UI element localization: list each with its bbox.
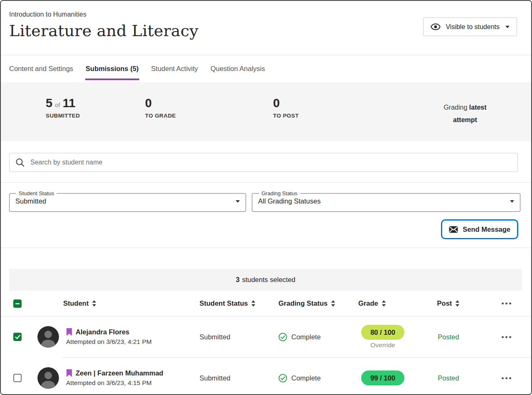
search-box[interactable] <box>9 153 518 172</box>
avatar <box>37 326 59 348</box>
accommodation-bookmark-icon <box>66 369 72 377</box>
post-status-button[interactable]: Posted <box>414 333 483 341</box>
chevron-down-icon <box>510 200 514 203</box>
eye-icon <box>431 23 441 30</box>
send-message-label: Send Message <box>463 226 510 233</box>
sort-icon <box>92 300 96 307</box>
column-header-post[interactable]: Post <box>414 299 483 307</box>
stat-submitted: 5 of 11 SUBMITTED <box>46 96 80 119</box>
student-status-select[interactable]: Student Status Submitted <box>9 190 246 212</box>
visibility-label: Visible to students <box>446 23 500 31</box>
tab-question-analysis[interactable]: Question Analysis <box>210 55 265 82</box>
submissions-table: 3 students selected Student Student Stat… <box>1 269 531 395</box>
envelope-icon <box>449 226 458 233</box>
student-name-link[interactable]: Alejandra Flores <box>76 328 129 336</box>
search-section <box>1 141 531 183</box>
column-header-grade[interactable]: Grade <box>352 299 414 307</box>
send-message-focus-ring: Send Message <box>441 219 518 239</box>
sort-icon <box>331 300 335 307</box>
complete-check-icon <box>278 374 287 383</box>
table-row: Alejandra Flores Attempted on 3/6/23, 4:… <box>1 316 531 357</box>
grade-pill[interactable]: 80 / 100 <box>361 325 404 340</box>
student-status-label: Student Status <box>16 190 57 196</box>
select-all-checkbox[interactable] <box>13 299 22 308</box>
grading-status-value: All Grading Statuses <box>258 197 320 205</box>
grading-status-cell: Complete <box>278 374 352 383</box>
column-header-student[interactable]: Student <box>28 299 200 307</box>
grading-status-cell: Complete <box>278 333 352 341</box>
sort-icon <box>251 300 256 307</box>
send-message-button[interactable]: Send Message <box>443 221 516 237</box>
selection-count: 3 <box>236 276 239 284</box>
student-status-cell: Submitted <box>200 333 278 341</box>
complete-check-icon <box>278 333 287 341</box>
row-options-menu-button[interactable]: ••• <box>502 334 513 341</box>
stat-to-grade: 0 TO GRADE <box>145 96 176 119</box>
student-status-value: Submitted <box>15 197 46 205</box>
table-options-menu-button[interactable]: ••• <box>502 300 513 307</box>
attempt-timestamp: Attempted on 3/6/23, 4:15 PM <box>66 379 163 387</box>
column-header-student-status[interactable]: Student Status <box>200 299 278 307</box>
visibility-dropdown-button[interactable]: Visible to students <box>423 17 517 36</box>
column-header-grading-status[interactable]: Grading Status <box>278 299 352 307</box>
stats-strip: 5 of 11 SUBMITTED 0 TO GRADE 0 TO POST G… <box>1 82 531 141</box>
grade-pill[interactable]: 99 / 100 <box>361 370 404 385</box>
selection-text: students selected <box>242 276 295 284</box>
tab-student-activity[interactable]: Student Activity <box>151 55 198 82</box>
chevron-down-icon <box>236 200 240 203</box>
avatar <box>37 367 59 389</box>
post-status-button[interactable]: Posted <box>414 374 483 382</box>
grading-status-label: Grading Status <box>259 190 300 196</box>
student-name-link[interactable]: Zeen | Farzeen Muhammad <box>76 369 163 377</box>
submissions-page: Introduction to Humanities Literature an… <box>0 0 532 395</box>
selection-summary: 3 students selected <box>9 269 522 291</box>
grade-override-note: Override <box>370 341 395 349</box>
search-input[interactable] <box>30 159 512 166</box>
page-header: Introduction to Humanities Literature an… <box>1 1 531 55</box>
table-header-row: Student Student Status Grading Status Gr… <box>1 291 531 316</box>
filters-section: Student Status Submitted Grading Status … <box>1 183 531 248</box>
search-icon <box>15 158 25 167</box>
tab-content-and-settings[interactable]: Content and Settings <box>9 55 73 82</box>
grading-status-select[interactable]: Grading Status All Grading Statuses <box>252 190 520 212</box>
row-checkbox[interactable] <box>13 333 22 341</box>
student-status-cell: Submitted <box>200 374 278 382</box>
accommodation-bookmark-icon <box>66 328 72 336</box>
row-options-menu-button[interactable]: ••• <box>502 375 513 382</box>
row-checkbox[interactable] <box>13 374 22 382</box>
tab-bar: Content and Settings Submissions (5) Stu… <box>1 55 531 82</box>
sort-icon <box>382 300 386 307</box>
stat-to-post: 0 TO POST <box>273 96 299 119</box>
chevron-down-icon <box>505 26 510 28</box>
grading-mode-label: Grading latest attempt <box>434 101 496 126</box>
sort-icon <box>455 300 460 307</box>
tab-submissions[interactable]: Submissions (5) <box>86 55 138 82</box>
table-row: Zeen | Farzeen Muhammad Attempted on 3/6… <box>1 358 531 395</box>
attempt-timestamp: Attempted on 3/6/23, 4:21 PM <box>66 338 152 346</box>
